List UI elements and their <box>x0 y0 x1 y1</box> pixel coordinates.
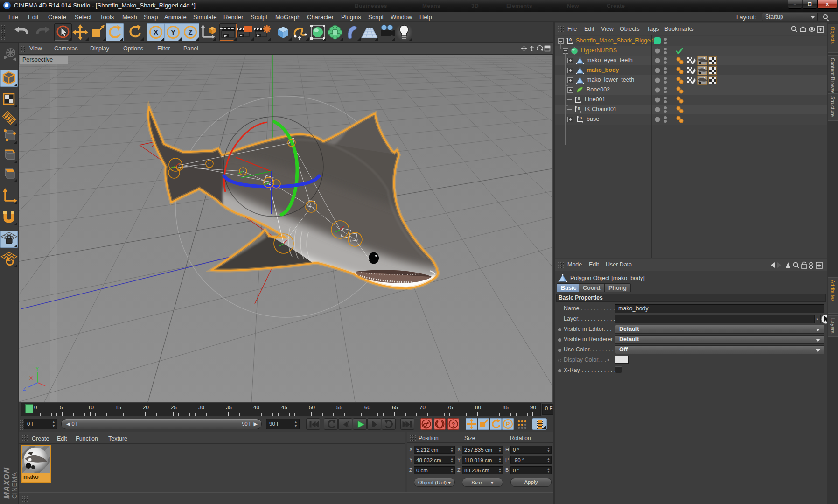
svg-text:Z: Z <box>23 386 26 392</box>
svg-text:0: 0 <box>578 96 580 101</box>
svg-text:Y: Y <box>35 366 39 371</box>
svg-text:0: 0 <box>569 37 572 42</box>
svg-text:?: ? <box>452 421 455 428</box>
svg-text:Z: Z <box>188 28 192 36</box>
svg-text:0: 0 <box>578 106 580 111</box>
svg-text:X: X <box>29 375 33 381</box>
svg-text:Y: Y <box>171 28 175 36</box>
svg-text:X: X <box>154 28 158 36</box>
svg-text:P: P <box>506 421 510 427</box>
svg-text:0: 0 <box>580 116 582 120</box>
